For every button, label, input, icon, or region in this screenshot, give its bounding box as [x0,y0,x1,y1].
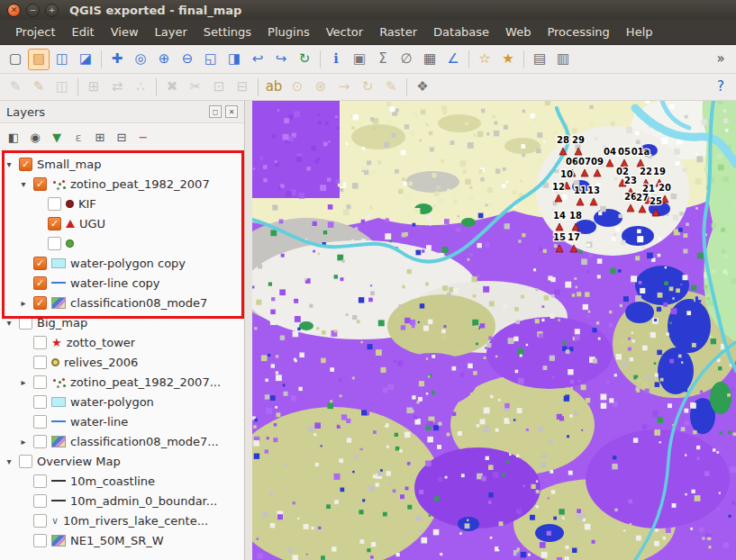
layer-checkbox[interactable] [33,415,47,429]
menu-plugins[interactable]: Plugins [259,22,318,42]
layer-row-water-polygon-copy[interactable]: ✓water-polygon copy [0,253,244,273]
layer-checkbox[interactable] [33,435,47,448]
layer-checkbox[interactable]: ✓ [19,158,32,171]
layer-checkbox[interactable] [19,455,32,468]
layer-row-water-polygon[interactable]: water-polygon [0,392,244,411]
panel-splitter[interactable] [245,101,252,560]
expand-all-button[interactable]: ⊞ [90,127,110,147]
layer-checkbox[interactable]: ✓ [33,177,47,191]
layer-row-overview-map[interactable]: ▾Overview Map [0,451,244,471]
menu-help[interactable]: Help [618,22,661,42]
layer-row-zotino-peat-1982-2007[interactable]: ▾✓zotino_peat_1982_2007 [0,174,244,194]
open-project-button[interactable]: ▨ [28,49,50,70]
layer-row-classification08-mode7[interactable]: ▸✓classification08_mode7 [0,293,244,312]
menu-processing[interactable]: Processing [539,22,617,42]
filter-legend-button[interactable]: ▼ [47,127,67,147]
zoom-in-button[interactable]: ⊕ [153,49,175,70]
new-project-button[interactable]: ▢ [5,49,26,70]
menu-layer[interactable]: Layer [147,22,195,42]
layer-row-water-line[interactable]: water-line [0,411,244,431]
window-close-button[interactable]: ✕ [7,4,21,17]
layer-row-relives-2006[interactable]: relives_2006 [0,352,244,372]
new-print-composer-button[interactable]: ▤ [529,49,550,70]
layer-checkbox[interactable]: ✓ [33,296,47,310]
layer-checkbox[interactable] [33,534,47,547]
decorations-button[interactable]: ❖ [412,77,433,98]
zoom-out-button[interactable]: ⊖ [177,49,198,70]
zoom-full-button[interactable]: ◱ [200,49,222,70]
expander-icon[interactable]: ▾ [4,318,14,328]
open-attribute-table-button[interactable]: ▦ [419,49,441,70]
window-maximize-button[interactable]: + [45,4,59,17]
menu-settings[interactable]: Settings [195,22,259,42]
expander-icon[interactable]: ▾ [4,159,14,169]
remove-layer-button[interactable]: − [133,127,153,147]
save-project-as-button[interactable]: ◪ [75,49,96,70]
layer-checkbox[interactable]: ✓ [48,217,61,230]
deselect-all-button[interactable]: ∅ [395,49,417,70]
expander-icon[interactable]: ▾ [18,179,29,189]
composer-manager-button[interactable]: ▥ [552,49,574,70]
measure-line-button[interactable]: ∠ [442,49,464,70]
layer-checkbox[interactable] [48,237,61,250]
layer-row-zotino-peat-1982-2007[interactable]: ▸zotino_peat_1982_2007... [0,372,244,392]
panel-close-button[interactable]: ✕ [225,105,238,118]
layer-row-ugu[interactable]: ✓UGU [0,213,244,233]
expander-icon[interactable]: ▾ [4,456,14,466]
zoom-to-layer-button[interactable]: ◨ [223,49,245,70]
labeling-button[interactable]: ab [263,77,285,98]
menu-edit[interactable]: Edit [63,22,102,42]
layer-row-zotto-tower[interactable]: ★zotto_tower [0,332,244,352]
menu-raster[interactable]: Raster [371,22,425,42]
menu-view[interactable]: View [103,22,147,42]
zoom-last-button[interactable]: ↩ [247,49,268,70]
layer-checkbox[interactable] [33,356,47,369]
layer-checkbox[interactable] [33,494,47,508]
identify-features-button[interactable]: ℹ [325,49,347,70]
layer-styling-button[interactable]: ◧ [4,127,23,147]
layer-checkbox[interactable] [48,197,61,211]
layer-row-big-map[interactable]: ▾Big_map [0,312,244,332]
select-by-expression-button[interactable]: Σ [372,49,394,70]
layer-checkbox[interactable] [33,474,47,488]
layer-checkbox[interactable] [33,514,47,528]
layer-checkbox[interactable]: ✓ [33,276,47,290]
pan-to-selection-button[interactable]: ◎ [130,49,151,70]
layer-row-ne1-50m-sr-w[interactable]: NE1_50M_SR_W [0,530,244,550]
map-refresh-button[interactable]: ↻ [294,49,315,70]
layer-row-kif[interactable]: KIF [0,194,244,213]
layer-checkbox[interactable]: ✓ [33,257,47,270]
layer-checkbox[interactable] [33,336,47,349]
menu-web[interactable]: Web [497,22,539,42]
layer-row-small-map[interactable]: ▾✓Small_map [0,154,244,174]
toolbar-overflow-button[interactable]: » [710,49,731,70]
pan-map-button[interactable]: ✚ [106,49,128,70]
help-contents-button[interactable]: ? [710,77,731,98]
select-features-button[interactable]: ▣ [349,49,370,70]
map-themes-button[interactable]: ◉ [25,127,45,147]
layer-checkbox[interactable] [19,316,32,330]
layer-checkbox[interactable] [33,395,47,409]
show-bookmarks-button[interactable]: ★ [497,49,519,70]
save-project-button[interactable]: ◫ [51,49,73,70]
menu-vector[interactable]: Vector [318,22,371,42]
menu-project[interactable]: Project [7,22,63,42]
expander-icon[interactable]: ▸ [18,377,29,387]
collapse-all-button[interactable]: ⊟ [112,127,132,147]
layer-row-10m-rivers-lake-cente[interactable]: ∨10m_rivers_lake_cente... [0,510,244,530]
layer-row-10m-admin-0-boundar[interactable]: 10m_admin_0_boundar... [0,491,244,510]
new-bookmark-button[interactable]: ☆ [474,49,495,70]
layer-row-10m-coastline[interactable]: 10m_coastline [0,471,244,491]
filter-by-expression-button[interactable]: ε [68,127,88,147]
map-canvas[interactable]: 2829040501a06070910021222191113232120262… [252,101,736,560]
zoom-next-button[interactable]: ↪ [270,49,292,70]
panel-float-button[interactable]: ◻ [209,105,222,118]
window-minimize-button[interactable]: − [26,4,40,17]
layer-row-classification08-mode7[interactable]: ▸classification08_mode7... [0,431,244,451]
layer-checkbox[interactable] [33,375,47,389]
menu-database[interactable]: Database [425,22,497,42]
expander-icon[interactable]: ▸ [18,437,29,447]
expander-icon[interactable]: ▸ [18,298,29,308]
layer-row-water-line-copy[interactable]: ✓water-line copy [0,273,244,293]
layer-row-unnamed[interactable] [0,233,244,253]
